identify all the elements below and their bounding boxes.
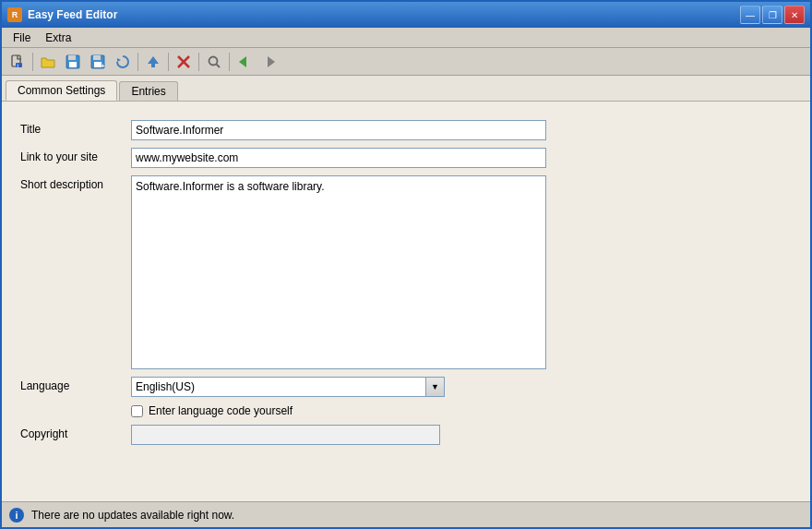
copyright-label: Copyright [20, 425, 131, 440]
copyright-row: Copyright [20, 425, 792, 445]
svg-rect-5 [69, 62, 77, 67]
svg-rect-4 [68, 55, 76, 60]
menu-extra[interactable]: Extra [38, 30, 78, 46]
language-select[interactable]: English(US)English(UK)FrenchGermanSpanis… [131, 377, 426, 397]
svg-rect-12 [151, 64, 155, 67]
restore-button[interactable]: ❐ [762, 6, 782, 24]
tab-common[interactable]: Common Settings [6, 80, 117, 101]
forward-button[interactable] [257, 51, 281, 73]
window-controls: — ❐ ✕ [740, 6, 805, 24]
window-title: Easy Feed Editor [28, 8, 740, 21]
description-row: Short description [20, 175, 792, 369]
title-row: Title [20, 120, 792, 140]
separator-3 [168, 53, 169, 71]
separator-2 [137, 53, 138, 71]
menu-file[interactable]: File [6, 30, 38, 46]
copyright-input[interactable] [131, 425, 440, 445]
save-button[interactable] [61, 51, 85, 73]
toolbar: i + [2, 48, 810, 76]
separator-1 [32, 53, 33, 71]
svg-marker-10 [117, 58, 121, 62]
delete-button[interactable] [172, 51, 196, 73]
save-as-button[interactable]: + [86, 51, 110, 73]
app-window: R Easy Feed Editor — ❐ ✕ File Extra i + [0, 0, 812, 529]
svg-marker-18 [268, 56, 275, 67]
language-row: Language English(US)English(UK)FrenchGer… [20, 377, 792, 397]
reload-button[interactable] [111, 51, 135, 73]
link-label: Link to your site [20, 148, 131, 163]
description-label: Short description [20, 175, 131, 191]
language-code-checkbox[interactable] [131, 405, 143, 417]
svg-rect-7 [93, 55, 101, 60]
tab-entries[interactable]: Entries [119, 81, 177, 101]
separator-5 [229, 53, 230, 71]
minimize-button[interactable]: — [740, 6, 760, 24]
language-select-wrapper: English(US)English(UK)FrenchGermanSpanis… [131, 377, 445, 397]
tab-area: Common Settings Entries [2, 76, 810, 102]
back-button[interactable] [233, 51, 257, 73]
close-button[interactable]: ✕ [784, 6, 805, 24]
svg-line-16 [217, 64, 221, 67]
main-content: Title Link to your site Short descriptio… [2, 102, 810, 527]
language-code-row: Enter language code yourself [131, 404, 792, 417]
open-button[interactable] [36, 51, 60, 73]
new-button[interactable]: i [6, 51, 30, 73]
separator-4 [198, 53, 199, 71]
svg-marker-17 [239, 56, 246, 67]
title-label: Title [20, 120, 131, 136]
svg-point-15 [209, 56, 218, 65]
status-message: There are no updates available right now… [31, 509, 234, 522]
language-label: Language [20, 377, 131, 392]
svg-marker-11 [148, 56, 159, 64]
language-code-label[interactable]: Enter language code yourself [149, 404, 293, 417]
link-input[interactable] [131, 148, 546, 168]
select-arrow-icon[interactable]: ▼ [426, 377, 445, 397]
app-icon: R [7, 7, 22, 22]
svg-text:+: + [101, 62, 105, 69]
link-row: Link to your site [20, 148, 792, 168]
status-bar: i There are no updates available right n… [2, 501, 810, 527]
status-info-icon: i [9, 508, 24, 523]
title-input[interactable] [131, 120, 546, 140]
find-button[interactable] [202, 51, 226, 73]
up-button[interactable] [141, 51, 165, 73]
title-bar: R Easy Feed Editor — ❐ ✕ [2, 2, 810, 28]
description-textarea[interactable] [131, 175, 546, 369]
menu-bar: File Extra [2, 28, 810, 48]
